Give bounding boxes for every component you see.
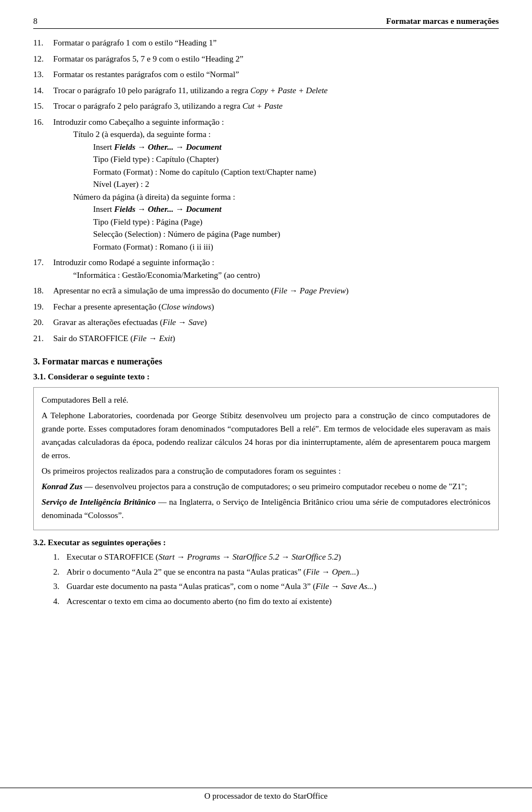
list-text: Sair do STAROFFICE (File → Exit) (53, 332, 499, 345)
text-box: Computadores Bell a relé. A Telephone La… (33, 387, 499, 530)
list-item: 4. Acrescentar o texto em cima ao docume… (53, 595, 499, 608)
list-item: 1. Executar o STAROFFICE (Start → Progra… (53, 551, 499, 564)
list-item: 2. Abrir o documento “Aula 2” que se enc… (53, 566, 499, 578)
list-item: 19. Fechar a presente apresentação (Clos… (33, 301, 499, 313)
list-num: 11. (33, 37, 53, 49)
list-text: Introduzir como Rodapé a seguinte inform… (53, 256, 499, 281)
ops-list: 1. Executar o STAROFFICE (Start → Progra… (53, 551, 499, 607)
text-box-line3: Os primeiros projectos realizados para a… (42, 464, 490, 478)
text-box-line1: Computadores Bell a relé. (42, 393, 490, 407)
subsection32-heading: 3.2. Executar as seguintes operações : (33, 538, 499, 547)
list-num: 14. (33, 84, 53, 97)
list-text: Fechar a presente apresentação (Close wi… (53, 301, 499, 313)
list-text: Executar o STAROFFICE (Start → Programs … (66, 551, 499, 564)
list-item: 13. Formatar os restantes parágrafos com… (33, 68, 499, 81)
list-item: 3. Guardar este documento na pasta “Aula… (53, 580, 499, 593)
list-num: 1. (53, 551, 66, 564)
section3-heading: 3. Formatar marcas e numerações (33, 357, 499, 367)
list-item: 11. Formatar o parágrafo 1 com o estilo … (33, 37, 499, 49)
list-text: Formatar o parágrafo 1 com o estilo “Hea… (53, 37, 499, 49)
list-item: 17. Introduzir como Rodapé a seguinte in… (33, 256, 499, 281)
list-num: 21. (33, 332, 53, 345)
list-item: 21. Sair do STAROFFICE (File → Exit) (33, 332, 499, 345)
list-text: Acrescentar o texto em cima ao documento… (66, 595, 499, 608)
subsection31-heading: 3.1. Considerar o seguinte texto : (33, 372, 499, 382)
list-num: 3. (53, 580, 66, 593)
list-text: Gravar as alterações efectuadas (File → … (53, 316, 499, 329)
list-text: Formatar os restantes parágrafos com o e… (53, 68, 499, 81)
list-num: 2. (53, 566, 66, 578)
list-text: Introduzir como Cabeçalho a seguinte inf… (53, 116, 499, 253)
list-text: Abrir o documento “Aula 2” que se encont… (66, 566, 499, 578)
list-text: Apresentar no ecrã a simulação de uma im… (53, 285, 499, 297)
list-item: 18. Apresentar no ecrã a simulação de um… (33, 285, 499, 297)
text-box-line4: Konrad Zus — desenvolveu projectos para … (42, 480, 490, 493)
list-text: Formatar os parágrafos 5, 7 e 9 com o es… (53, 53, 499, 65)
list-text: Trocar o parágrafo 10 pelo parágrafo 11,… (53, 84, 499, 97)
list-item: 16. Introduzir como Cabeçalho a seguinte… (33, 116, 499, 253)
header-bar: 8 Formatar marcas e numerações (33, 17, 499, 29)
list-item: 15. Trocar o parágrafo 2 pelo parágrafo … (33, 100, 499, 113)
list-item: 14. Trocar o parágrafo 10 pelo parágrafo… (33, 84, 499, 97)
header-title: Formatar marcas e numerações (386, 17, 499, 26)
footer-text: O processador de texto do StarOffice (204, 791, 328, 800)
list-num: 15. (33, 100, 53, 113)
list-num: 13. (33, 68, 53, 81)
list-num: 16. (33, 116, 53, 253)
list-num: 18. (33, 285, 53, 297)
list-num: 19. (33, 301, 53, 313)
list-text: Trocar o parágrafo 2 pelo parágrafo 3, u… (53, 100, 499, 113)
list-text: Guardar este documento na pasta “Aulas p… (66, 580, 499, 593)
header-page-number: 8 (33, 17, 38, 26)
list-num: 20. (33, 316, 53, 329)
list-item: 20. Gravar as alterações efectuadas (Fil… (33, 316, 499, 329)
list-num: 4. (53, 595, 66, 608)
list-num: 17. (33, 256, 53, 281)
footer-bar: O processador de texto do StarOffice (0, 788, 532, 801)
list-num: 12. (33, 53, 53, 65)
page: 8 Formatar marcas e numerações 11. Forma… (0, 0, 532, 812)
text-box-line5: Serviço de Inteligência Britânico — na I… (42, 495, 490, 522)
list-item: 12. Formatar os parágrafos 5, 7 e 9 com … (33, 53, 499, 65)
text-box-line2: A Telephone Laboratories, coordenada por… (42, 409, 490, 462)
